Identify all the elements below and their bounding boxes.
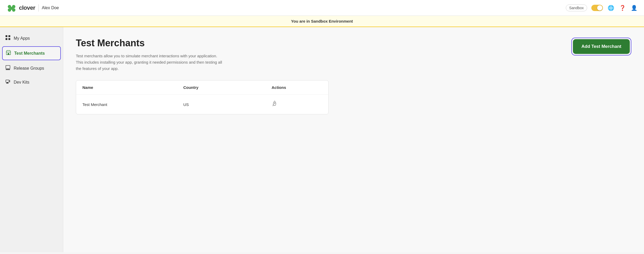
table-body: Test Merchant US — [76, 95, 328, 114]
store-icon — [6, 50, 11, 57]
toggle-switch[interactable] — [591, 5, 603, 11]
sandbox-banner: You are in Sandbox Environment — [0, 16, 644, 27]
page-layout: My Apps Test Merchants Release Groups — [0, 27, 644, 252]
table-row: Test Merchant US — [76, 95, 328, 114]
clover-wordmark: clover — [19, 4, 35, 11]
sidebar-item-label-release-groups: Release Groups — [14, 66, 44, 71]
svg-rect-5 — [6, 35, 7, 37]
sandbox-toggle[interactable] — [591, 5, 603, 11]
sidebar: My Apps Test Merchants Release Groups — [0, 27, 63, 252]
page-title: Test Merchants — [76, 38, 223, 49]
page-description: Test merchants allow you to simulate mer… — [76, 53, 223, 72]
add-test-merchant-button[interactable]: Add Test Merchant — [573, 39, 630, 54]
app-header: clover Alex Doe Sandbox 🌐 ❓ 👤 — [0, 0, 644, 16]
release-icon — [5, 65, 11, 72]
col-header-name: Name — [76, 80, 177, 95]
sidebar-item-dev-kits[interactable]: Dev Kits — [0, 75, 63, 89]
col-header-actions: Actions — [265, 80, 328, 95]
svg-rect-12 — [6, 69, 10, 70]
svg-point-17 — [274, 103, 275, 104]
svg-rect-8 — [8, 38, 10, 40]
svg-rect-16 — [9, 80, 10, 82]
sidebar-item-label-my-apps: My Apps — [14, 36, 30, 41]
clover-logo-icon — [6, 4, 17, 12]
merchant-name: Test Merchant — [76, 95, 177, 114]
svg-rect-13 — [6, 80, 9, 82]
merchant-country: US — [177, 95, 265, 114]
svg-rect-14 — [7, 82, 8, 83]
merchants-table-container: Name Country Actions Test Merchant US — [76, 80, 329, 114]
col-header-country: Country — [177, 80, 265, 95]
header-divider — [38, 4, 39, 12]
svg-rect-11 — [6, 65, 10, 69]
clover-logo: clover — [6, 4, 35, 12]
add-test-merchant-button-wrapper: Add Test Merchant — [571, 38, 631, 55]
svg-rect-10 — [8, 53, 9, 55]
devkit-icon — [5, 79, 11, 85]
help-icon[interactable]: ❓ — [619, 4, 626, 12]
globe-icon[interactable]: 🌐 — [607, 4, 615, 12]
sidebar-item-test-merchants[interactable]: Test Merchants — [2, 46, 61, 60]
svg-rect-7 — [6, 38, 7, 40]
page-header-text: Test Merchants Test merchants allow you … — [76, 38, 223, 72]
sandbox-badge: Sandbox — [566, 4, 587, 11]
sidebar-item-label-test-merchants: Test Merchants — [14, 51, 45, 56]
merchants-table: Name Country Actions Test Merchant US — [76, 80, 328, 114]
header-left: clover Alex Doe — [6, 4, 59, 12]
svg-rect-6 — [8, 35, 10, 37]
sidebar-item-label-dev-kits: Dev Kits — [14, 80, 29, 85]
svg-point-4 — [10, 7, 13, 10]
sidebar-item-release-groups[interactable]: Release Groups — [0, 61, 63, 75]
merchant-actions — [265, 95, 328, 114]
toggle-knob — [597, 5, 602, 11]
sidebar-item-my-apps[interactable]: My Apps — [0, 31, 63, 45]
header-right: Sandbox 🌐 ❓ 👤 — [566, 4, 638, 12]
main-content: Test Merchants Test merchants allow you … — [63, 27, 644, 252]
grid-icon — [5, 35, 11, 42]
table-header: Name Country Actions — [76, 80, 328, 95]
page-header: Test Merchants Test merchants allow you … — [76, 38, 631, 72]
user-avatar-icon[interactable]: 👤 — [630, 4, 638, 12]
svg-rect-15 — [6, 83, 9, 84]
header-username: Alex Doe — [42, 6, 59, 10]
launch-icon[interactable] — [271, 101, 278, 108]
